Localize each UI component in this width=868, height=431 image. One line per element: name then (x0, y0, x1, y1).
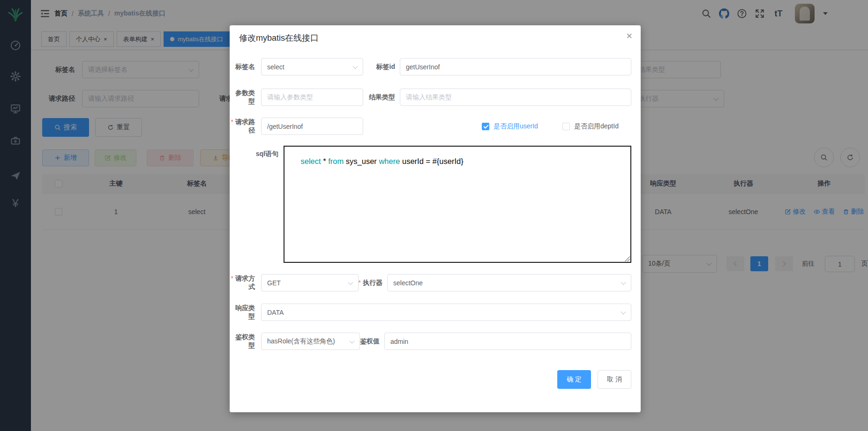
tag-id-label: 标签id (376, 63, 400, 71)
input-value: getUserInof (406, 63, 440, 71)
select-value: DATA (267, 309, 284, 316)
param-type-label: 参数类型 (230, 89, 261, 106)
response-type-label: 响应类型 (230, 304, 261, 321)
select-value: hasRole(含有这些角色) (267, 337, 335, 346)
checkbox-unchecked-icon[interactable] (562, 123, 570, 130)
request-method-select[interactable]: GET (261, 274, 359, 291)
request-path-input[interactable]: /getUserInof (261, 118, 363, 135)
checkbox-group: 是否启用userId 是否启用deptId (482, 122, 631, 131)
chevron-down-icon (349, 338, 354, 343)
enable-deptid-checkbox[interactable]: 是否启用deptId (562, 122, 619, 131)
auth-value-label: 鉴权值 (360, 337, 384, 346)
placeholder: 请输入参数类型 (267, 93, 313, 102)
enable-userid-checkbox[interactable]: 是否启用userId (482, 122, 562, 131)
select-value: selectOne (393, 279, 423, 287)
input-value: admin (390, 338, 408, 345)
cancel-button[interactable]: 取 消 (598, 370, 631, 389)
app-root: ¥ 首页 / 系统工具 / mybatis在线接口 (0, 0, 868, 431)
tag-name-select[interactable]: select (261, 58, 363, 75)
chevron-down-icon (348, 279, 353, 284)
result-type-label: 结果类型 (369, 93, 400, 102)
checkbox-label: 是否启用userId (494, 122, 538, 131)
chevron-down-icon (621, 309, 626, 314)
dialog-footer: 确 定 取 消 (557, 370, 631, 389)
response-type-select[interactable]: DATA (261, 304, 631, 321)
input-value: /getUserInof (267, 123, 303, 130)
placeholder: 请输入结果类型 (406, 93, 452, 102)
chevron-down-icon (352, 63, 358, 68)
executor-label: 执行器 (359, 279, 387, 287)
result-type-input[interactable]: 请输入结果类型 (400, 89, 631, 106)
dialog-title: 修改mybatis在线接口 (239, 32, 319, 44)
select-value: select (267, 63, 284, 71)
checkbox-checked-icon[interactable] (482, 123, 489, 130)
chevron-down-icon (621, 279, 626, 284)
request-path-label: 请求路径 (230, 118, 261, 135)
tag-name-label: 标签名 (230, 63, 261, 71)
sql-code-editor[interactable]: select * from sys_user where userId = #{… (284, 146, 631, 263)
checkbox-label: 是否启用deptId (574, 122, 619, 131)
auth-type-select[interactable]: hasRole(含有这些角色) (261, 333, 360, 350)
param-type-input[interactable]: 请输入参数类型 (261, 89, 363, 106)
tag-id-input[interactable]: getUserInof (400, 58, 631, 75)
sql-label: sql语句 (230, 150, 278, 158)
executor-select[interactable]: selectOne (387, 274, 631, 291)
select-value: GET (267, 279, 281, 287)
close-icon[interactable]: × (626, 31, 632, 41)
auth-value-input[interactable]: admin (384, 333, 631, 350)
edit-mybatis-dialog: 修改mybatis在线接口 × 标签名 select 标签id getUserI… (230, 25, 641, 412)
request-method-label: 请求方式 (230, 275, 261, 291)
confirm-button[interactable]: 确 定 (557, 370, 591, 389)
auth-type-label: 鉴权类型 (230, 333, 261, 350)
